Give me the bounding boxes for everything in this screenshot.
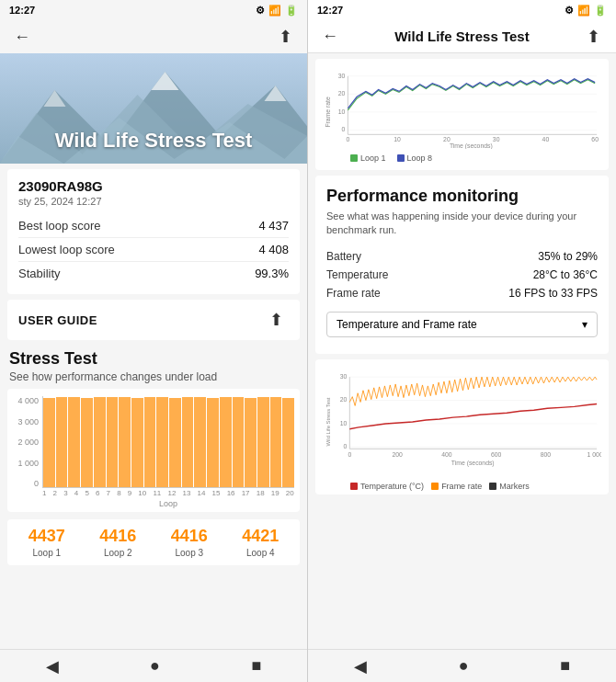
frame-rate-chart: Frame rate 30 20 10 0 0 10: [323, 66, 601, 149]
bar: [144, 397, 156, 487]
bar: [257, 397, 269, 487]
back-nav-left[interactable]: ◀: [46, 656, 59, 676]
svg-text:10: 10: [338, 108, 346, 115]
chart-type-dropdown[interactable]: Temperature and Frame rate ▾: [326, 312, 598, 337]
back-button-left[interactable]: ←: [9, 24, 35, 50]
svg-text:30: 30: [493, 136, 500, 142]
hero-section: Wild Life Stress Test: [0, 53, 307, 164]
bar: [119, 397, 131, 487]
bar: [56, 397, 68, 487]
perf-framerate: Frame rate 16 FPS to 33 FPS: [326, 284, 598, 302]
svg-text:20: 20: [338, 90, 346, 97]
svg-text:10: 10: [340, 420, 348, 426]
bar: [245, 398, 257, 487]
svg-text:40: 40: [542, 136, 550, 142]
svg-text:600: 600: [491, 451, 502, 458]
legend-framerate: Frame rate: [431, 482, 482, 491]
stat-lowest-loop: Lowest loop score 4 408: [18, 238, 289, 262]
status-bar-right: 12:27 ⚙ 📶 🔋: [308, 0, 616, 20]
line-chart-card: Frame rate 30 20 10 0 0 10: [315, 59, 609, 170]
svg-text:400: 400: [441, 451, 452, 458]
loop-item-4: 4421 Loop 4: [225, 527, 297, 558]
loop-scores: 4437 Loop 1 4416 Loop 2 4416 Loop 3 4421…: [7, 519, 300, 565]
legend-markers: Markers: [489, 482, 530, 491]
user-guide-label: USER GUIDE: [18, 313, 97, 327]
perf-battery: Battery 35% to 29%: [326, 247, 598, 266]
share-button-left[interactable]: ⬆: [272, 24, 298, 50]
bar: [107, 397, 119, 487]
loop-item-3: 4416 Loop 3: [154, 527, 225, 558]
status-icons-right: ⚙ 📶 🔋: [565, 5, 607, 17]
bottom-nav-left: ◀ ● ■: [0, 649, 307, 682]
legend-dot-loop1: [350, 154, 358, 162]
svg-text:200: 200: [392, 451, 403, 458]
stat-best-loop: Best loop score 4 437: [18, 214, 289, 238]
stat-stability: Stability 99.3%: [18, 262, 289, 285]
nav-bar-right: ← Wild Life Stress Test ⬆: [308, 20, 616, 53]
right-panel: 12:27 ⚙ 📶 🔋 ← Wild Life Stress Test ⬆ Fr…: [308, 0, 616, 682]
x-ticks: 123 456 789 101112 131415 161718 1920: [13, 489, 294, 497]
stats-table: Best loop score 4 437 Lowest loop score …: [18, 214, 289, 285]
recents-nav-left[interactable]: ■: [251, 656, 261, 676]
loop-item-1: 4437 Loop 1: [11, 527, 83, 558]
meta-card: 23090RA98G sty 25, 2024 12:27 Best loop …: [7, 169, 300, 294]
performance-card: Performance monitoring See what was happ…: [315, 176, 609, 354]
svg-text:0: 0: [348, 451, 351, 458]
bar: [194, 397, 206, 487]
perf-subtitle: See what was happening inside your devic…: [326, 210, 598, 238]
svg-text:0: 0: [344, 443, 348, 449]
bar: [270, 397, 282, 487]
home-nav-left[interactable]: ●: [150, 656, 160, 676]
svg-text:0: 0: [346, 136, 349, 142]
svg-text:Time (seconds): Time (seconds): [451, 460, 495, 467]
svg-text:1 000: 1 000: [587, 451, 601, 458]
legend-dot-markers: [489, 483, 496, 490]
temp-framerate-chart: Wild Life Stress Test 30 20 10 0 0: [323, 367, 601, 477]
legend-loop1: Loop 1: [350, 153, 386, 163]
svg-text:60: 60: [591, 136, 599, 142]
legend-dot-framerate: [431, 483, 439, 490]
svg-text:0: 0: [342, 126, 346, 132]
svg-text:30: 30: [338, 73, 346, 79]
legend-loop8: Loop 8: [397, 153, 433, 163]
back-nav-right[interactable]: ◀: [354, 656, 367, 676]
right-scroll-area: Frame rate 30 20 10 0 0 10: [308, 53, 616, 649]
perf-title: Performance monitoring: [326, 187, 598, 206]
svg-text:30: 30: [340, 373, 348, 380]
legend-dot-loop8: [397, 154, 405, 162]
bar: [182, 397, 194, 487]
chevron-down-icon: ▾: [582, 318, 587, 331]
hero-title: Wild Life Stress Test: [55, 129, 253, 153]
device-id: 23090RA98G: [18, 178, 289, 194]
bar: [43, 398, 55, 487]
recents-nav-right[interactable]: ■: [560, 656, 570, 676]
temp-chart-legend: Temperature (°C) Frame rate Markers: [323, 482, 601, 491]
legend-dot-temperature: [350, 483, 358, 490]
back-button-right[interactable]: ←: [317, 24, 343, 50]
stress-test-subtitle: See how performance changes under load: [9, 370, 298, 383]
bottom-nav-right: ◀ ● ■: [308, 649, 616, 682]
user-guide-share-icon[interactable]: ⬆: [263, 307, 289, 333]
loop-item-2: 4416 Loop 2: [83, 527, 154, 558]
svg-text:20: 20: [340, 396, 348, 403]
svg-text:10: 10: [394, 136, 401, 142]
user-guide-row[interactable]: USER GUIDE ⬆: [7, 300, 300, 340]
test-date: sty 25, 2024 12:27: [18, 196, 289, 207]
svg-text:800: 800: [541, 451, 552, 458]
nav-bar-left: ← ⬆: [0, 20, 307, 53]
bar: [156, 397, 168, 487]
bar-chart-container: 4 000 3 000 2 000 1 000 0 123 456 789 10…: [7, 389, 300, 512]
home-nav-right[interactable]: ●: [459, 656, 469, 676]
left-panel: 12:27 ⚙ 📶 🔋 ← ⬆: [0, 0, 308, 682]
dropdown-label: Temperature and Frame rate: [337, 318, 477, 331]
x-axis-label: Loop: [13, 499, 294, 508]
temp-chart-card: Wild Life Stress Test 30 20 10 0 0: [315, 359, 609, 494]
bar: [81, 398, 93, 487]
share-button-right[interactable]: ⬆: [581, 24, 607, 50]
bar: [220, 397, 232, 487]
bar: [282, 398, 294, 487]
stress-test-title: Stress Test: [9, 349, 298, 369]
status-icons-left: ⚙ 📶 🔋: [256, 5, 298, 17]
bar: [94, 397, 106, 487]
stress-test-header: Stress Test See how performance changes …: [0, 344, 307, 385]
